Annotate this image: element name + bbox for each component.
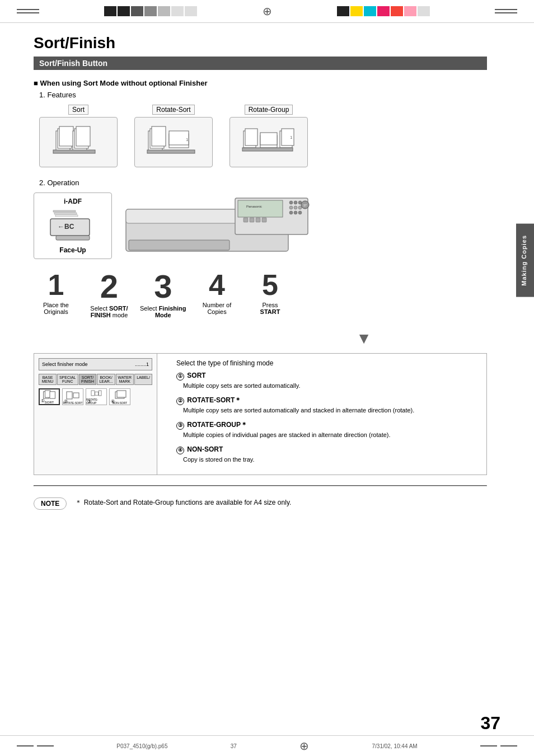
finishing-icons-row: ① SORT ② ROTATE-SORT — [39, 388, 152, 405]
svg-text:ST: ST — [303, 204, 307, 207]
finishing-intro: Select the type of finishing mode — [176, 359, 479, 367]
color-block — [418, 6, 430, 16]
step-desc-5: PressSTART — [260, 302, 280, 315]
step-1: 1 Place theOriginals — [34, 270, 78, 315]
step-3: 3 Select FinishingMode — [140, 270, 186, 318]
operation-label: 2. Operation — [39, 179, 487, 187]
color-block — [350, 6, 363, 16]
svg-rect-51 — [50, 392, 55, 398]
sort-diagram-rotate-sort: Rotate-Sort 1 — [134, 105, 213, 167]
iadf-illustration: ←BC — [48, 208, 98, 244]
tab-sort-finish[interactable]: SORT/FINISH — [79, 374, 97, 385]
color-block — [118, 6, 130, 16]
mode-sort: ① SORT Multiple copy sets are sorted aut… — [176, 370, 479, 391]
sort-diagrams: Sort Rotate-Sort — [39, 105, 487, 167]
steps-row: 1 Place theOriginals 2 Select SORT/FINIS… — [34, 270, 487, 318]
color-blocks-right — [337, 6, 430, 16]
color-block — [364, 6, 376, 16]
sort-diagram-sort: Sort — [39, 105, 118, 167]
svg-rect-5 — [76, 126, 90, 146]
finishing-descriptions: Select the type of finishing mode ① SORT… — [168, 354, 486, 475]
step-desc-1: Place theOriginals — [43, 302, 69, 315]
svg-rect-31 — [238, 200, 283, 217]
step-5: 5 PressSTART — [248, 270, 293, 315]
step-2: 2 Select SORT/FINISH mode — [87, 270, 132, 318]
mode-non-sort: ④ NON-SORT Copy is stored on the tray. — [176, 444, 479, 464]
corner-lines-left — [17, 9, 39, 13]
tab-base-menu[interactable]: BASEMENU — [39, 374, 57, 385]
step-number-2: 2 — [100, 270, 118, 303]
svg-rect-53 — [73, 393, 79, 398]
rotate-group-illustration: 1 — [241, 120, 297, 165]
svg-rect-47 — [256, 218, 260, 222]
svg-point-39 — [289, 211, 293, 214]
top-header: ⊕ — [0, 0, 534, 23]
tab-watermark[interactable]: WATERMARK — [116, 374, 134, 385]
mode-rotate-group: ③ ROTATE-GROUP＊ Multiple copies of indiv… — [176, 420, 479, 440]
svg-rect-48 — [262, 218, 266, 222]
bottom-bar: P037_4510(g/b).p65 37 ⊕ 7/31/02, 10:44 A… — [0, 735, 534, 756]
tab-book-learning[interactable]: BOOK/LEAR... — [97, 374, 115, 385]
svg-rect-6 — [53, 150, 95, 153]
svg-point-40 — [294, 211, 297, 214]
svg-rect-56 — [99, 391, 102, 396]
icon-rotate-group[interactable]: ③ ROTATE-GROUP — [86, 388, 107, 405]
icon-rotate-sort[interactable]: ② ROTATE-SORT — [62, 388, 83, 405]
step-desc-4: Number ofCopies — [203, 302, 231, 315]
color-block — [337, 6, 349, 16]
main-content: Sort/Finish Sort/Finish Button When usin… — [0, 23, 515, 527]
features-label: 1. Features — [39, 91, 487, 99]
step-number-3: 3 — [154, 270, 172, 303]
page-number: 37 — [480, 713, 500, 734]
finishing-panel: Select finisher mode ........1 BASEMENU … — [34, 353, 487, 475]
bottom-crosshair: ⊕ — [299, 739, 309, 753]
finishing-screen-area: Select finisher mode ........1 BASEMENU … — [34, 354, 157, 475]
svg-point-41 — [298, 211, 302, 214]
svg-rect-9 — [152, 126, 166, 146]
note-label: NOTE — [34, 497, 67, 510]
icon-non-sort[interactable]: ④ NON-SORT — [109, 388, 130, 405]
mode-rotate-sort: ② ROTATE-SORT＊ Multiple copy sets are so… — [176, 395, 479, 415]
tab-special-func[interactable]: SPECIALFUNC — [57, 374, 78, 385]
rotate-group-box: 1 — [229, 117, 308, 167]
tab-label[interactable]: LABEL/ — [134, 374, 152, 385]
svg-rect-55 — [95, 392, 99, 395]
svg-rect-24 — [55, 215, 78, 217]
color-block — [171, 6, 184, 16]
iadf-title: i-ADF — [64, 198, 82, 205]
svg-rect-21 — [242, 148, 293, 151]
file-info-left: P037_4510(g/b).p65 — [116, 743, 167, 749]
svg-text:Panasonic: Panasonic — [246, 205, 262, 208]
color-block — [404, 6, 416, 16]
rotate-sort-label: Rotate-Sort — [152, 105, 194, 115]
iadf-face-up-label: Face-Up — [59, 246, 86, 254]
step-number-4: 4 — [209, 270, 225, 299]
svg-text:1: 1 — [186, 137, 189, 142]
svg-rect-52 — [67, 392, 72, 399]
svg-rect-17 — [260, 133, 277, 145]
color-block — [391, 6, 403, 16]
svg-point-34 — [294, 201, 297, 204]
color-block — [104, 6, 116, 16]
step-number-1: 1 — [48, 270, 64, 299]
svg-rect-27 — [56, 236, 90, 240]
section-header: Sort/Finish Button — [34, 57, 487, 70]
rotate-sort-box: 1 — [134, 117, 213, 167]
sort-diagram-rotate-group: Rotate-Group 1 — [229, 105, 308, 167]
rotate-sort-illustration: 1 — [146, 120, 202, 165]
svg-rect-50 — [45, 391, 50, 397]
crosshair-icon: ⊕ — [263, 4, 272, 18]
color-block — [131, 6, 143, 16]
color-block — [185, 6, 197, 16]
file-info-center: 37 — [231, 743, 237, 749]
svg-rect-15 — [245, 129, 257, 145]
finishing-screen-display: Select finisher mode ........1 — [39, 358, 152, 370]
note-section: NOTE ＊ Rotate-Sort and Rotate-Group func… — [34, 497, 487, 510]
icon-sort[interactable]: ① SORT — [39, 388, 60, 405]
step-desc-3: Select FinishingMode — [140, 305, 186, 318]
svg-text:1: 1 — [290, 135, 293, 140]
step-desc-2: Select SORT/FINISH mode — [90, 305, 128, 318]
svg-point-37 — [294, 206, 297, 209]
svg-rect-23 — [54, 213, 77, 214]
color-block — [144, 6, 157, 16]
